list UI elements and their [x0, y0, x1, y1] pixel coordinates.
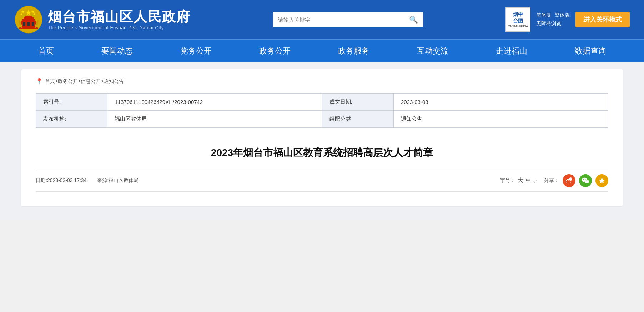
nav-item-gov[interactable]: 政务公开: [248, 40, 301, 62]
header-right: 烟中 台图 YANTAI·CHINA 简体版 繁体版 无障碍浏览 进入关怀模式: [505, 7, 630, 32]
label-suoyinhao: 索引号:: [36, 94, 107, 111]
content-wrapper: 📍 首页>政务公开>信息公开>通知公告 索引号: 113706111004264…: [0, 62, 644, 220]
font-size-control: 字号： 大 中 小: [500, 176, 537, 185]
simplified-link[interactable]: 简体版: [536, 12, 551, 19]
logo-area: 烟台市福山区人民政府 The People's Goverment of Fus…: [14, 5, 191, 34]
nav-item-data[interactable]: 数据查询: [564, 40, 617, 62]
location-icon: 📍: [36, 78, 43, 85]
label-chengwen: 成文日期:: [322, 94, 393, 111]
nav-item-party[interactable]: 党务公开: [170, 40, 222, 62]
search-input[interactable]: [273, 17, 404, 23]
nav-item-news[interactable]: 要闻动态: [91, 40, 144, 62]
label-zupei: 组配分类: [322, 111, 393, 128]
svg-rect-5: [25, 16, 32, 18]
font-size-label: 字号：: [500, 177, 515, 184]
page-header: 烟台市福山区人民政府 The People's Goverment of Fus…: [0, 0, 644, 62]
emblem-icon: [14, 5, 43, 34]
traditional-link[interactable]: 繁体版: [555, 12, 570, 19]
article-meta: 日期:2023-03-03 17:34 来源:福山区教体局 字号： 大 中 小 …: [36, 170, 608, 192]
search-box: 🔍: [273, 12, 423, 27]
search-area: 🔍: [198, 12, 498, 27]
weibo-icon: [565, 177, 573, 184]
nav-item-service[interactable]: 政务服务: [327, 40, 380, 62]
share-area: 分享：: [544, 174, 608, 187]
font-size-xiao-button[interactable]: 小: [533, 178, 537, 183]
font-size-zhong-button[interactable]: 中: [526, 177, 531, 184]
table-row: 发布机构: 福山区教体局 组配分类 通知公告: [36, 111, 608, 128]
accessibility-link[interactable]: 无障碍浏览: [536, 21, 561, 27]
label-fabujigou: 发布机构:: [36, 111, 107, 128]
nav-item-interact[interactable]: 互动交流: [406, 40, 459, 62]
nav-bar: 首页 要闻动态 党务公开 政务公开 政务服务 互动交流 走进福山 数据查询: [0, 39, 644, 62]
article-source: 来源:福山区教体局: [97, 177, 139, 184]
header-links: 简体版 繁体版 无障碍浏览: [536, 12, 570, 27]
article-title: 2023年烟台市福山区教育系统招聘高层次人才简章: [36, 139, 608, 166]
value-fabujigou: 福山区教体局: [107, 111, 322, 128]
font-size-da-button[interactable]: 大: [517, 176, 524, 185]
value-zupei: 通知公告: [393, 111, 608, 128]
nav-item-home[interactable]: 首页: [27, 40, 65, 62]
breadcrumb-link[interactable]: 首页>政务公开>信息公开>通知公告: [45, 78, 124, 84]
svg-rect-7: [27, 22, 30, 26]
wechat-icon: [582, 177, 589, 184]
svg-rect-6: [23, 22, 25, 26]
share-label: 分享：: [544, 177, 559, 184]
care-mode-button[interactable]: 进入关怀模式: [575, 12, 630, 27]
logo-text: 烟台市福山区人民政府 The People's Goverment of Fus…: [48, 9, 191, 31]
star-icon: [598, 177, 605, 184]
value-chengwen: 2023-03-03: [393, 94, 608, 111]
breadcrumb-text: 首页>政务公开>信息公开>通知公告: [45, 78, 124, 85]
share-weibo-button[interactable]: [563, 174, 575, 187]
info-table: 索引号: 11370611100426429XH/2023-00742 成文日期…: [36, 93, 608, 128]
yantai-logo: 烟中 台图 YANTAI·CHINA: [505, 7, 530, 32]
nav-item-fushan[interactable]: 走进福山: [485, 40, 538, 62]
meta-left: 日期:2023-03-03 17:34 来源:福山区教体局: [36, 177, 139, 184]
breadcrumb: 📍 首页>政务公开>信息公开>通知公告: [36, 78, 608, 85]
search-button[interactable]: 🔍: [404, 15, 423, 24]
svg-rect-8: [32, 22, 34, 26]
share-favorite-button[interactable]: [595, 174, 608, 187]
svg-rect-9: [19, 27, 38, 29]
value-suoyinhao: 11370611100426429XH/2023-00742: [107, 94, 322, 111]
share-wechat-button[interactable]: [579, 174, 592, 187]
article-date: 日期:2023-03-03 17:34: [36, 177, 86, 184]
content-card: 📍 首页>政务公开>信息公开>通知公告 索引号: 113706111004264…: [21, 69, 623, 206]
table-row: 索引号: 11370611100426429XH/2023-00742 成文日期…: [36, 94, 608, 111]
meta-right: 字号： 大 中 小 分享：: [500, 174, 608, 187]
